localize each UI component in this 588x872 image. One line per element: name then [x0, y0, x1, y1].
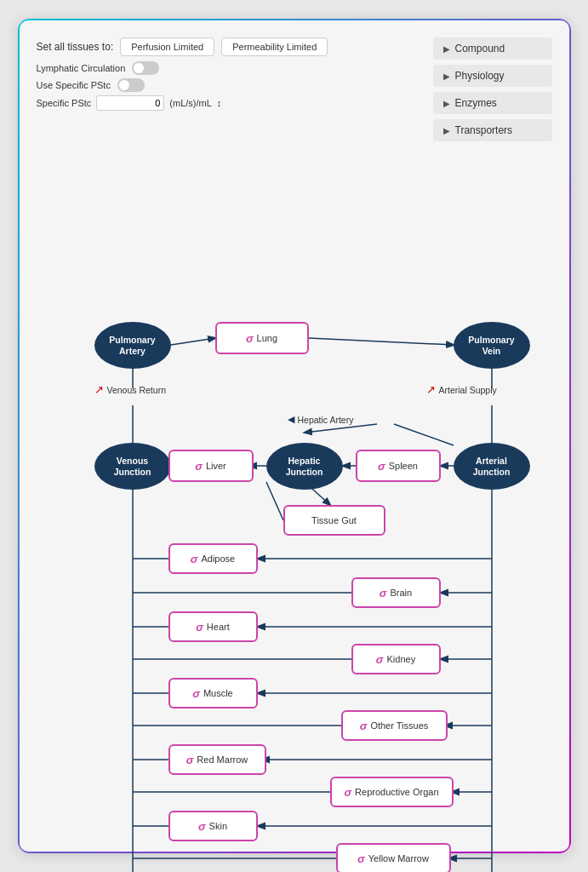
pstc-label: Specific PStc — [37, 98, 92, 108]
top-controls: Set all tissues to: Perfusion Limited Pe… — [37, 37, 552, 141]
svg-line-0 — [171, 338, 215, 345]
physiology-label: Physiology — [455, 70, 505, 82]
arterial-supply-text: Arterial Supply — [439, 385, 497, 395]
muscle-node[interactable]: σ Muscle — [168, 678, 258, 708]
hepatic-artery-label: ◀ Hepatic Artery — [288, 414, 354, 425]
red-marrow-label: Red Marrow — [197, 754, 248, 765]
other-tissues-label: Other Tissues — [370, 720, 428, 731]
skin-label: Skin — [209, 821, 227, 831]
hepatic-artery-text: Hepatic Artery — [298, 415, 354, 425]
yellow-marrow-node[interactable]: σ Yellow Marrow — [336, 843, 451, 872]
pstc-input[interactable] — [96, 95, 164, 111]
pulmonary-vein-node[interactable]: PulmonaryVein — [454, 322, 530, 369]
pstc-row: Specific PStc (mL/s)/mL ↕ — [37, 95, 328, 111]
physiology-arrow-icon: ▶ — [443, 72, 450, 81]
permeability-limited-button[interactable]: Permeability Limited — [221, 37, 328, 56]
pulmonary-artery-node[interactable]: PulmonaryArtery — [94, 322, 171, 369]
use-specific-label: Use Specific PStc — [37, 80, 111, 90]
hepatic-artery-arrow-icon: ◀ — [288, 414, 294, 425]
skin-sigma-icon: σ — [198, 820, 206, 833]
yellow-marrow-sigma-icon: σ — [357, 852, 365, 865]
main-card: Set all tissues to: Perfusion Limited Pe… — [18, 19, 571, 853]
transporters-label: Transporters — [455, 124, 513, 136]
spleen-node[interactable]: σ Spleen — [356, 450, 441, 482]
yellow-marrow-label: Yellow Marrow — [368, 853, 429, 863]
adipose-sigma-icon: σ — [191, 553, 198, 565]
tissue-gut-node[interactable]: Tissue Gut — [283, 505, 385, 536]
use-specific-toggle[interactable] — [117, 78, 145, 92]
heart-label: Heart — [207, 622, 230, 632]
compound-arrow-icon: ▶ — [443, 44, 450, 54]
arterial-junction-node[interactable]: ArterialJunction — [454, 443, 530, 490]
physiology-button[interactable]: ▶ Physiology — [433, 65, 552, 87]
venous-junction-node[interactable]: VenousJunction — [94, 443, 171, 490]
pstc-unit: (mL/s)/mL — [169, 98, 212, 108]
reproductive-sigma-icon: σ — [344, 786, 351, 799]
compound-button[interactable]: ▶ Compound — [433, 37, 552, 60]
venous-return-arrow-icon: ↗ — [94, 383, 104, 396]
red-marrow-sigma-icon: σ — [186, 754, 194, 766]
enzymes-button[interactable]: ▶ Enzymes — [433, 92, 552, 114]
pstc-stepper[interactable]: ↕ — [217, 98, 222, 108]
adipose-label: Adipose — [201, 554, 235, 564]
tissue-options: Lymphatic Circulation Use Specific PStc … — [37, 61, 328, 111]
kidney-sigma-icon: σ — [376, 653, 384, 666]
kidney-node[interactable]: σ Kidney — [351, 644, 441, 674]
diagram-area: PulmonaryArtery PulmonaryVein VenousJunc… — [37, 152, 552, 782]
arterial-supply-label: ↗ Arterial Supply — [426, 383, 497, 396]
brain-sigma-icon: σ — [380, 587, 387, 600]
lymphatic-toggle[interactable] — [132, 61, 159, 75]
lung-sigma-icon: σ — [246, 332, 254, 345]
adipose-node[interactable]: σ Adipose — [168, 543, 258, 574]
hepatic-junction-node[interactable]: HepaticJunction — [266, 443, 343, 490]
liver-sigma-icon: σ — [195, 460, 203, 473]
transporters-button[interactable]: ▶ Transporters — [433, 119, 552, 141]
reproductive-label: Reproductive Organ — [355, 787, 438, 797]
svg-line-13 — [266, 482, 283, 520]
brain-label: Brain — [390, 588, 412, 598]
enzymes-label: Enzymes — [455, 97, 497, 109]
muscle-sigma-icon: σ — [192, 687, 200, 700]
lung-label: Lung — [257, 333, 277, 343]
muscle-label: Muscle — [203, 688, 233, 698]
compound-label: Compound — [455, 43, 505, 54]
lymphatic-row: Lymphatic Circulation — [37, 61, 328, 75]
set-tissues-section: Set all tissues to: Perfusion Limited Pe… — [37, 37, 328, 111]
svg-line-1 — [309, 338, 454, 345]
heart-sigma-icon: σ — [196, 621, 203, 634]
other-tissues-node[interactable]: σ Other Tissues — [341, 710, 448, 741]
reproductive-organ-node[interactable]: σ Reproductive Organ — [330, 777, 454, 807]
transporters-arrow-icon: ▶ — [443, 126, 450, 135]
right-panel: ▶ Compound ▶ Physiology ▶ Enzymes ▶ Tran… — [433, 37, 552, 141]
red-marrow-node[interactable]: σ Red Marrow — [168, 744, 266, 775]
set-tissues-label-row: Set all tissues to: Perfusion Limited Pe… — [37, 37, 328, 56]
spleen-label: Spleen — [389, 461, 418, 471]
liver-label: Liver — [206, 461, 226, 471]
svg-line-7 — [394, 424, 454, 445]
set-tissues-label: Set all tissues to: — [37, 41, 114, 53]
kidney-label: Kidney — [387, 654, 416, 664]
other-tissues-sigma-icon: σ — [360, 720, 368, 732]
lymphatic-label: Lymphatic Circulation — [37, 63, 126, 73]
perfusion-limited-button[interactable]: Perfusion Limited — [120, 37, 214, 56]
venous-return-label: ↗ Venous Return — [94, 383, 166, 396]
skin-node[interactable]: σ Skin — [168, 811, 258, 841]
heart-node[interactable]: σ Heart — [168, 611, 258, 642]
tissue-gut-label: Tissue Gut — [311, 515, 357, 525]
venous-return-text: Venous Return — [107, 385, 166, 395]
lung-node[interactable]: σ Lung — [215, 322, 309, 354]
enzymes-arrow-icon: ▶ — [443, 99, 450, 108]
liver-node[interactable]: σ Liver — [168, 450, 254, 482]
use-specific-row: Use Specific PStc — [37, 78, 328, 92]
svg-line-6 — [305, 424, 377, 433]
spleen-sigma-icon: σ — [378, 460, 385, 473]
brain-node[interactable]: σ Brain — [351, 577, 441, 608]
arterial-supply-arrow-icon: ↗ — [426, 383, 436, 396]
